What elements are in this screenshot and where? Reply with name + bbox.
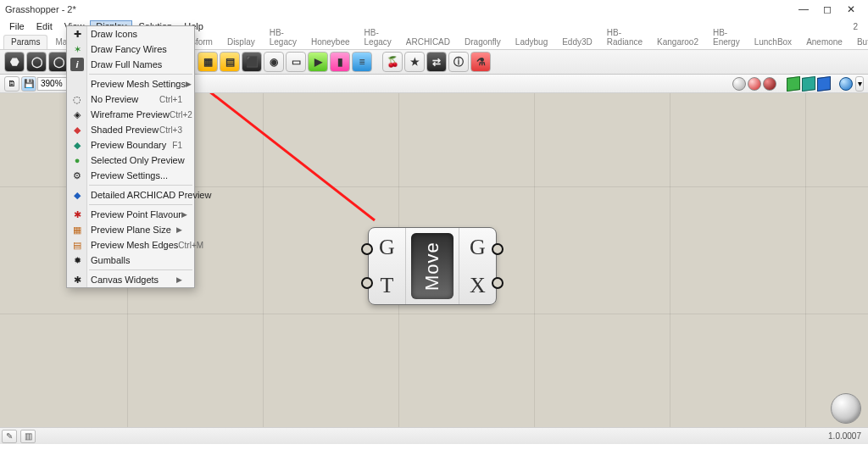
- tab-hb-energy[interactable]: HB-Energy: [706, 26, 747, 49]
- minimize-button[interactable]: —: [792, 3, 815, 15]
- canvas-widgets-icon: ✱: [70, 273, 84, 286]
- menu-item[interactable]: Preview Mesh Settings▶: [67, 76, 194, 92]
- tab-anemone[interactable]: Anemone: [799, 36, 849, 49]
- menu-item[interactable]: ✶Draw Fancy Wires: [67, 42, 194, 57]
- menu-item[interactable]: ◆Shaded PreviewCtrl+3: [67, 122, 194, 137]
- tab-params[interactable]: Params: [3, 35, 47, 49]
- ribbon-btn[interactable]: ▦: [198, 52, 218, 72]
- tab-honeybee[interactable]: Honeybee: [304, 36, 357, 49]
- ribbon-btn[interactable]: ⓘ: [448, 52, 469, 72]
- output-port[interactable]: X: [459, 266, 496, 304]
- menu-item-label: Draw Fancy Wires: [91, 44, 167, 54]
- title-bar: Grasshopper - 2* — ◻ ✕: [0, 0, 868, 19]
- globe-dropdown[interactable]: ▾: [855, 76, 864, 92]
- ribbon-btn[interactable]: ◯: [26, 52, 47, 72]
- input-grip[interactable]: [361, 277, 373, 289]
- menu-item-label: Draw Full Names: [91, 59, 162, 69]
- preview-shaded-icon[interactable]: [748, 77, 761, 91]
- tab-kangaroo2[interactable]: Kangaroo2: [650, 36, 705, 49]
- menu-shortcut: Ctrl+2: [170, 110, 192, 119]
- ribbon-btn[interactable]: ⇄: [426, 52, 447, 72]
- submenu-arrow-icon: ▶: [176, 275, 182, 284]
- compass-widget[interactable]: [831, 393, 861, 424]
- output-port[interactable]: G: [459, 228, 496, 266]
- menu-item[interactable]: ◌No PreviewCtrl+1: [67, 92, 194, 107]
- input-port[interactable]: T: [369, 266, 406, 304]
- ribbon-btn[interactable]: ≡: [352, 52, 372, 72]
- menu-item[interactable]: ●Selected Only Preview: [67, 153, 194, 168]
- menu-shortcut: Ctrl+M: [178, 241, 203, 250]
- menu-item[interactable]: ◈Wireframe PreviewCtrl+2: [67, 107, 194, 122]
- menu-item[interactable]: iDraw Full Names: [67, 57, 194, 72]
- menu-shortcut: Ctrl+3: [159, 125, 182, 135]
- menu-shortcut: Ctrl+1: [159, 95, 182, 104]
- globe-icon[interactable]: [839, 77, 853, 91]
- save-button[interactable]: 💾: [21, 76, 36, 92]
- ribbon-btn[interactable]: ▭: [286, 52, 306, 72]
- ribbon-btn[interactable]: ◉: [264, 52, 284, 72]
- menu-item[interactable]: ◆Detailed ARCHICAD Preview: [67, 187, 194, 203]
- preview-off-icon[interactable]: [732, 77, 746, 91]
- menu-item[interactable]: ▤Preview Mesh EdgesCtrl+M: [67, 237, 194, 253]
- output-grip[interactable]: [492, 243, 504, 255]
- gumballs-icon: ✹: [70, 253, 84, 267]
- input-grip[interactable]: [361, 243, 373, 255]
- menu-item[interactable]: ▦Preview Plane Size▶: [67, 222, 194, 237]
- draw-icons-icon: ✚: [70, 27, 84, 41]
- menu-item[interactable]: ✱Canvas Widgets▶: [67, 272, 194, 287]
- menu-edit[interactable]: Edit: [31, 20, 58, 32]
- ribbon-btn[interactable]: 🍒: [382, 52, 403, 72]
- no-preview-icon: ◌: [70, 92, 84, 106]
- menu-item[interactable]: ◆Preview BoundaryF1: [67, 137, 194, 153]
- preview-mesh-edges-icon: ▤: [70, 238, 84, 252]
- menu-file[interactable]: File: [3, 20, 31, 32]
- shaded-preview-icon: ◆: [70, 123, 84, 136]
- preview-selected-icon[interactable]: [763, 77, 776, 91]
- tab-hb-legacy[interactable]: HB-Legacy: [263, 26, 303, 49]
- menu-item[interactable]: ✱Preview Point Flavour▶: [67, 207, 194, 222]
- menu-item-label: Preview Plane Size: [91, 225, 171, 235]
- preview-mesh-settings-icon: [70, 77, 84, 91]
- menu-item[interactable]: ✹Gumballs: [67, 253, 194, 268]
- display-mode-icon[interactable]: [802, 75, 815, 91]
- tab-lunchbox[interactable]: LunchBox: [748, 36, 798, 49]
- ribbon-btn[interactable]: ⬣: [4, 52, 25, 72]
- input-port[interactable]: G: [369, 228, 406, 266]
- ribbon-btn[interactable]: ★: [404, 52, 425, 72]
- menu-item-label: Shaded Preview: [91, 125, 159, 135]
- ribbon-btn[interactable]: ▶: [308, 52, 328, 72]
- tab-hb-radiance[interactable]: HB-Radiance: [600, 26, 649, 49]
- ribbon-btn[interactable]: ⚗: [470, 52, 491, 72]
- menu-item-label: Gumballs: [91, 255, 130, 265]
- status-tool-button[interactable]: ✎: [2, 430, 17, 443]
- tab-eddy3d[interactable]: Eddy3D: [555, 36, 599, 49]
- output-grip[interactable]: [492, 277, 504, 289]
- ribbon-btn[interactable]: ⬛: [242, 52, 262, 72]
- submenu-arrow-icon: ▶: [181, 210, 187, 219]
- menu-item[interactable]: ⚙Preview Settings...: [67, 168, 194, 183]
- status-bar: ✎ ▥ 1.0.0007: [0, 427, 868, 444]
- display-mode-icon[interactable]: [817, 75, 831, 91]
- menu-item-label: Wireframe Preview: [91, 109, 170, 119]
- move-component[interactable]: G T Move G X: [368, 227, 497, 305]
- version-label: 1.0.0007: [828, 431, 861, 441]
- tab-display[interactable]: Display: [220, 36, 262, 49]
- close-button[interactable]: ✕: [839, 3, 863, 15]
- tab-butterfly[interactable]: Butterfly: [850, 36, 868, 49]
- detailed-archicad-preview-icon: ◆: [70, 188, 84, 202]
- menu-item-label: Preview Mesh Settings: [91, 79, 186, 89]
- display-mode-icon[interactable]: [787, 75, 800, 91]
- tab-ladybug[interactable]: Ladybug: [509, 36, 554, 49]
- menu-item[interactable]: ✚Draw Icons: [67, 26, 194, 42]
- preview-boundary-icon: ◆: [70, 138, 84, 152]
- status-tool-button[interactable]: ▥: [20, 430, 36, 443]
- ribbon-btn[interactable]: ▮: [330, 52, 350, 72]
- ribbon-btn[interactable]: ▤: [220, 52, 240, 72]
- tab-hb-legacy[interactable]: HB-Legacy: [358, 26, 398, 49]
- new-file-button[interactable]: 🗎: [4, 76, 19, 92]
- maximize-button[interactable]: ◻: [815, 3, 839, 15]
- component-label: Move: [411, 233, 453, 299]
- tab-dragonfly[interactable]: Dragonfly: [458, 36, 508, 49]
- tab-archicad[interactable]: ARCHICAD: [399, 36, 457, 49]
- menu-shortcut: F1: [172, 141, 182, 150]
